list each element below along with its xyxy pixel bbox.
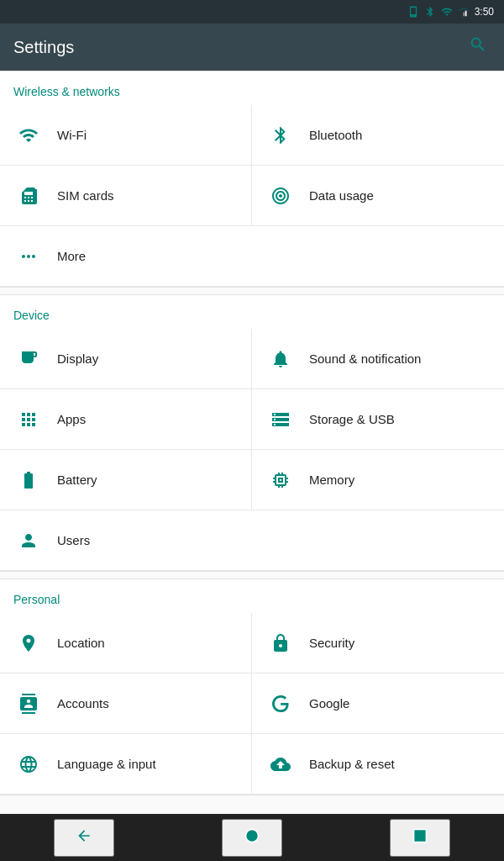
device-header: Device xyxy=(0,295,504,329)
users-item[interactable]: Users xyxy=(0,510,504,571)
status-icons: 3:50 xyxy=(407,6,494,18)
accounts-label: Accounts xyxy=(57,696,109,710)
language-label: Language & input xyxy=(57,757,156,771)
language-icon xyxy=(13,749,44,779)
location-icon xyxy=(13,628,44,658)
display-icon xyxy=(13,344,44,374)
google-item[interactable]: Google xyxy=(252,673,504,734)
svg-rect-3 xyxy=(414,829,427,842)
users-icon xyxy=(13,526,44,556)
sim-item[interactable]: SIM cards xyxy=(0,166,252,226)
wifi-icon xyxy=(13,120,44,151)
settings-content: Wireless & networks Wi-Fi Bluetooth SIM … xyxy=(0,71,504,814)
battery-item[interactable]: Battery xyxy=(0,450,252,510)
personal-grid: Location Security Accounts xyxy=(0,613,504,795)
apps-item[interactable]: Apps xyxy=(0,389,252,450)
back-button[interactable] xyxy=(54,819,114,857)
app-bar: Settings xyxy=(0,24,504,71)
time-display: 3:50 xyxy=(475,6,494,18)
bluetooth-label: Bluetooth xyxy=(309,128,362,142)
wifi-item[interactable]: Wi-Fi xyxy=(0,105,252,166)
sound-label: Sound & notification xyxy=(309,351,421,366)
sim-icon xyxy=(13,181,44,211)
battery-label: Battery xyxy=(57,473,97,487)
location-item[interactable]: Location xyxy=(0,613,252,673)
more-icon xyxy=(13,241,44,272)
sim-label: SIM cards xyxy=(57,188,114,203)
google-label: Google xyxy=(309,696,349,710)
device-section: Device Display Sound & notification Apps xyxy=(0,294,504,572)
sound-icon xyxy=(265,344,296,374)
accounts-item[interactable]: Accounts xyxy=(0,673,252,734)
users-label: Users xyxy=(57,533,90,547)
memory-label: Memory xyxy=(309,473,354,487)
data-usage-icon xyxy=(265,181,296,211)
search-button[interactable] xyxy=(465,32,491,62)
google-icon xyxy=(265,689,296,719)
svg-point-2 xyxy=(246,829,259,842)
bluetooth-icon xyxy=(265,120,296,151)
battery-icon xyxy=(13,465,44,495)
data-usage-label: Data usage xyxy=(309,188,374,203)
sound-item[interactable]: Sound & notification xyxy=(252,329,504,389)
backup-icon xyxy=(265,749,296,779)
apps-label: Apps xyxy=(57,412,86,426)
memory-icon xyxy=(265,465,296,495)
svg-rect-1 xyxy=(463,13,465,17)
security-item[interactable]: Security xyxy=(252,613,504,673)
backup-item[interactable]: Backup & reset xyxy=(252,734,504,795)
wireless-section: Wireless & networks Wi-Fi Bluetooth SIM … xyxy=(0,71,504,288)
memory-item[interactable]: Memory xyxy=(252,450,504,510)
wifi-label: Wi-Fi xyxy=(57,128,87,142)
location-label: Location xyxy=(57,636,105,650)
more-item[interactable]: More xyxy=(0,226,504,287)
apps-icon xyxy=(13,404,44,435)
nav-bar xyxy=(0,814,504,861)
backup-label: Backup & reset xyxy=(309,757,395,771)
personal-header: Personal xyxy=(0,579,504,613)
storage-icon xyxy=(265,404,296,435)
storage-item[interactable]: Storage & USB xyxy=(252,389,504,450)
svg-rect-0 xyxy=(465,11,466,16)
personal-section: Personal Location Security Accounts xyxy=(0,578,504,795)
security-icon xyxy=(265,628,296,658)
device-grid: Display Sound & notification Apps Storag… xyxy=(0,329,504,571)
display-item[interactable]: Display xyxy=(0,329,252,389)
storage-label: Storage & USB xyxy=(309,412,395,426)
recents-button[interactable] xyxy=(390,819,450,857)
wireless-header: Wireless & networks xyxy=(0,71,504,105)
language-item[interactable]: Language & input xyxy=(0,734,252,795)
accounts-icon xyxy=(13,689,44,719)
app-bar-title: Settings xyxy=(13,38,74,57)
more-label: More xyxy=(57,249,86,263)
wireless-grid: Wi-Fi Bluetooth SIM cards Data usage xyxy=(0,105,504,287)
security-label: Security xyxy=(309,636,354,650)
bluetooth-item[interactable]: Bluetooth xyxy=(252,105,504,166)
display-label: Display xyxy=(57,351,98,366)
data-usage-item[interactable]: Data usage xyxy=(252,166,504,226)
status-bar: 3:50 xyxy=(0,0,504,24)
home-button[interactable] xyxy=(222,819,282,857)
